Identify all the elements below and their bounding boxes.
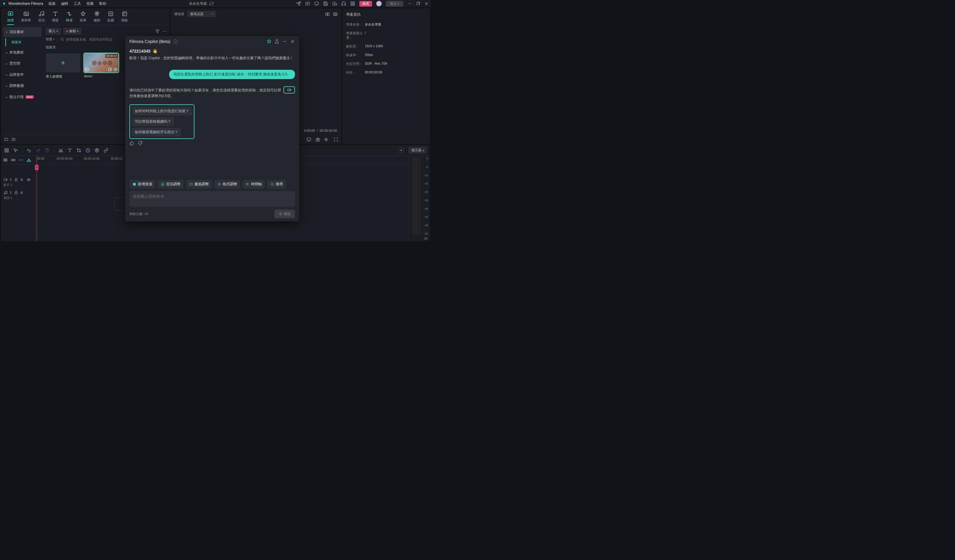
close-icon[interactable] <box>424 2 429 6</box>
crop-icon[interactable] <box>77 148 81 153</box>
add-track-button[interactable]: + <box>398 147 404 153</box>
color-icon[interactable] <box>94 148 99 153</box>
export-button[interactable]: 匯出▾ <box>386 1 403 6</box>
chip-add-resource[interactable]: 新增資源 <box>130 180 155 189</box>
video-track-icon[interactable] <box>4 178 8 182</box>
new-folder-icon[interactable] <box>11 137 16 141</box>
tl-mode-3-icon[interactable] <box>19 158 23 162</box>
info-fps: 幀速率：25fps <box>346 51 426 59</box>
user-avatar[interactable] <box>376 1 382 6</box>
clip-add-icon[interactable] <box>113 67 118 72</box>
sidebar-composite[interactable]: ▸復合片段NEW <box>3 92 42 102</box>
audio-lock-icon[interactable] <box>14 191 18 195</box>
more-icon[interactable] <box>162 29 167 34</box>
chip-format[interactable]: 格式調整 <box>214 180 240 189</box>
grid-icon[interactable] <box>350 1 355 6</box>
audio-track-icon[interactable] <box>4 191 8 195</box>
help-icon[interactable]: i <box>173 39 178 44</box>
playhead[interactable] <box>37 156 37 241</box>
lab-icon[interactable] <box>274 39 279 44</box>
send-button[interactable]: 傳送 <box>274 210 295 218</box>
audio-mute-icon[interactable] <box>20 191 24 195</box>
cut-icon[interactable] <box>58 148 63 153</box>
tab-filter[interactable]: 濾鏡 <box>94 11 100 25</box>
smart-search-dropdown[interactable]: 智慧▾ <box>46 37 55 42</box>
pin-icon[interactable] <box>267 39 271 44</box>
suggestion-chip[interactable]: 如何对时间线上的片段进行加速？ <box>132 107 192 115</box>
text-icon[interactable] <box>67 148 72 153</box>
tab-media[interactable]: 媒體 <box>7 11 14 25</box>
layout-icon[interactable] <box>4 148 9 153</box>
folder-icon[interactable] <box>4 137 8 141</box>
tl-mode-2-icon[interactable] <box>11 158 16 162</box>
tl-mode-4-icon[interactable] <box>27 158 31 162</box>
tl-mode-1-icon[interactable] <box>3 158 8 162</box>
volume-icon[interactable] <box>324 137 329 142</box>
mute-icon[interactable] <box>20 178 24 182</box>
fullscreen-icon[interactable] <box>333 137 338 142</box>
sidebar-brand[interactable]: ▸品牌套件 <box>3 70 42 80</box>
image-layout-icon[interactable] <box>333 12 338 17</box>
display-icon[interactable] <box>306 137 311 142</box>
copilot-minimize-icon[interactable] <box>282 39 287 44</box>
record-button[interactable]: 錄製▾ <box>63 28 81 34</box>
redo-icon[interactable] <box>36 148 41 153</box>
minimize-icon[interactable] <box>407 2 412 6</box>
import-button[interactable]: 匯入▾ <box>46 28 61 34</box>
suggestion-chip[interactable]: 如何裁剪视频的开头部分？ <box>132 128 181 137</box>
tab-title[interactable]: 標題 <box>52 11 59 25</box>
tab-audio[interactable]: 音訊 <box>38 11 45 25</box>
copilot-close-icon[interactable] <box>290 39 295 44</box>
cursor-icon[interactable] <box>13 148 18 153</box>
tab-transition[interactable]: 轉場 <box>66 11 72 25</box>
link-icon[interactable] <box>103 148 108 153</box>
menu-file[interactable]: 檔案 <box>49 1 56 6</box>
snapshot-icon[interactable] <box>315 137 320 142</box>
clip-end-icon[interactable] <box>108 67 112 72</box>
suggestion-chip[interactable]: 可以帮我剪辑视频吗？ <box>132 117 174 126</box>
tab-effect[interactable]: 效果 <box>80 11 86 25</box>
indicator-dropdown[interactable]: 指示器▴ <box>409 147 427 154</box>
sidebar-project-media[interactable]: ▾項目素材 <box>3 27 42 37</box>
sidebar-local[interactable]: ▸本地素材 <box>3 48 42 58</box>
import-media-button[interactable]: + <box>46 53 80 72</box>
screen-icon[interactable] <box>314 1 319 6</box>
compare-icon[interactable] <box>325 12 330 17</box>
refresh-icon[interactable] <box>210 2 214 6</box>
menu-help[interactable]: 幫助 <box>99 1 106 6</box>
copilot-input[interactable] <box>133 194 291 198</box>
sidebar-adjust[interactable]: ▸調整圖層 <box>3 81 42 91</box>
buy-button[interactable]: 購買 <box>359 1 372 6</box>
try-action-button[interactable] <box>283 86 295 94</box>
send-icon[interactable] <box>296 1 301 6</box>
chip-timeline[interactable]: 時間軸 <box>243 180 265 189</box>
chip-audio[interactable]: 音訊調整 <box>158 180 183 189</box>
clip-start-icon[interactable] <box>85 67 89 72</box>
sidebar-folder[interactable]: 檔案夾 <box>5 38 42 46</box>
tab-template[interactable]: 模板 <box>121 11 128 25</box>
menu-tools[interactable]: 工具 <box>74 1 81 6</box>
lock-icon[interactable] <box>14 178 18 182</box>
tab-stock[interactable]: 素材庫 <box>21 11 31 25</box>
speed-icon[interactable] <box>86 148 90 153</box>
cloud-icon[interactable] <box>332 1 337 6</box>
thumbs-down-icon[interactable] <box>138 141 142 145</box>
undo-icon[interactable] <box>27 148 31 153</box>
visible-icon[interactable] <box>27 178 31 182</box>
menu-view[interactable]: 視圖 <box>86 1 94 6</box>
media-clip-demo[interactable]: 00:00:10 <box>84 53 119 72</box>
chip-search[interactable]: 搜尋 <box>267 180 286 189</box>
message-icon[interactable] <box>305 1 310 6</box>
quality-dropdown[interactable]: 最高品質▾ <box>187 11 216 17</box>
sidebar-cloud[interactable]: ▸雲空間 <box>3 59 42 69</box>
chip-visual[interactable]: 畫面調整 <box>186 180 212 189</box>
maximize-icon[interactable] <box>416 2 420 6</box>
menu-edit[interactable]: 編輯 <box>61 1 68 6</box>
tab-sticker[interactable]: 貼圖 <box>108 11 114 25</box>
save-icon[interactable] <box>323 1 328 6</box>
delete-icon[interactable] <box>45 148 50 153</box>
headphones-icon[interactable] <box>341 1 346 6</box>
filter-icon[interactable] <box>155 29 160 34</box>
thumbs-up-icon[interactable] <box>130 141 134 145</box>
meter-tick: -36 <box>424 207 428 210</box>
